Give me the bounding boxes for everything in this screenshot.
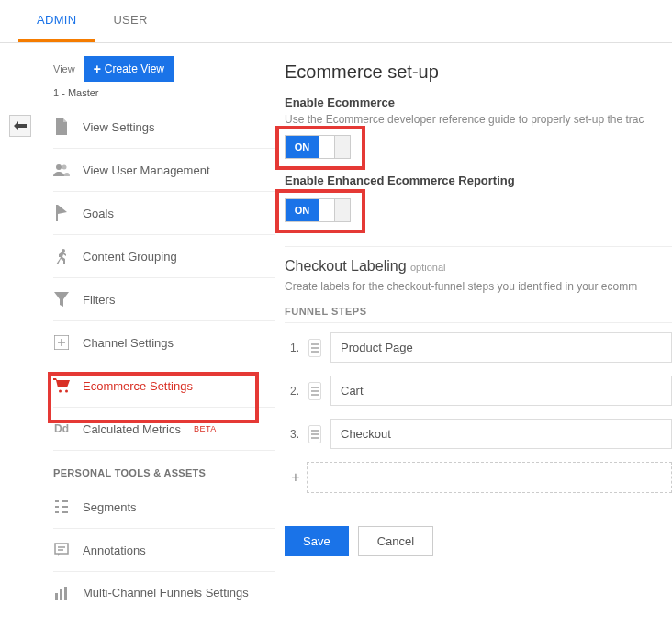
sidebar-item-channel-settings[interactable]: Channel Settings [53,321,275,364]
enable-ecommerce-help: Use the Ecommerce developer reference gu… [285,113,672,126]
toggle-knob [319,199,335,221]
sidebar-item-label: Ecommerce Settings [83,379,193,393]
sidebar-item-label: View Settings [83,120,155,134]
add-step-button[interactable]: + [285,469,307,486]
save-button[interactable]: Save [285,526,349,556]
sidebar-item-filters[interactable]: Filters [53,278,275,321]
cart-icon [53,377,70,394]
add-step-placeholder[interactable] [307,462,672,493]
document-icon [53,118,70,135]
svg-rect-7 [64,587,67,600]
create-view-label: Create View [105,62,164,75]
sidebar-item-label: Annotations [83,544,146,557]
enable-ecommerce-label: Enable Ecommerce [285,95,672,109]
sidebar-item-segments[interactable]: Segments [53,486,275,529]
tab-user[interactable]: USER [95,0,165,42]
toggle-on-label: ON [286,136,319,158]
filter-icon [53,291,70,308]
bars-icon [53,585,70,601]
svg-point-1 [62,165,67,170]
sidebar-item-label: Filters [83,293,115,307]
step-number: 3. [285,428,299,441]
funnel-step-row: 2. [285,376,672,406]
back-arrow-icon [14,121,27,130]
sidebar-item-label: Calculated Metrics [83,422,181,436]
step-input[interactable] [330,419,672,449]
sidebar-item-ecommerce[interactable]: Ecommerce Settings [53,364,275,408]
sidebar-item-goals[interactable]: Goals [53,192,275,235]
enhanced-label: Enable Enhanced Ecommerce Reporting [285,174,672,187]
sidebar-item-user-mgmt[interactable]: View User Management [53,149,275,192]
sidebar-item-label: Segments [83,500,137,514]
tab-admin[interactable]: ADMIN [18,0,95,42]
svg-rect-4 [55,544,68,554]
toggle-knob [319,136,335,158]
create-view-button[interactable]: + Create View [84,56,174,82]
step-input[interactable] [330,332,672,363]
sidebar-item-label: Content Grouping [83,250,177,264]
view-label: View [53,63,75,74]
view-master[interactable]: 1 - Master [0,87,275,98]
person-run-icon [53,248,70,264]
svg-point-0 [56,164,62,170]
personal-tools-header: PERSONAL TOOLS & ASSETS [53,451,275,486]
channel-icon [53,334,70,351]
svg-rect-5 [55,593,58,600]
checkout-help: Create labels for the checkout-funnel st… [285,280,672,293]
plus-icon: + [94,62,101,76]
drag-handle-icon[interactable] [308,425,321,443]
sidebar-item-content-grouping[interactable]: Content Grouping [53,235,275,278]
step-number: 2. [285,385,299,398]
toggle-on-label: ON [286,199,319,221]
dd-icon: Dd [53,421,70,437]
step-input[interactable] [330,376,672,406]
optional-label: optional [410,262,446,273]
sidebar-item-label: Multi-Channel Funnels Settings [83,586,249,601]
segments-icon [53,499,70,515]
enable-ecommerce-toggle[interactable]: ON [285,135,351,159]
sidebar-item-mcf[interactable]: Multi-Channel Funnels Settings [53,572,275,614]
annotation-icon [53,542,70,558]
sidebar-item-view-settings[interactable]: View Settings [53,106,275,149]
step-number: 1. [285,342,299,354]
flag-icon [53,205,70,221]
users-icon [53,162,70,178]
drag-handle-icon[interactable] [308,382,321,400]
sidebar-item-annotations[interactable]: Annotations [53,529,275,572]
beta-badge: BETA [194,424,217,433]
sidebar-item-label: Goals [83,207,114,220]
sidebar-item-calculated-metrics[interactable]: Dd Calculated Metrics BETA [53,408,275,451]
page-title: Ecommerce set-up [285,62,672,83]
top-tabs: ADMIN USER [0,0,672,43]
sidebar-item-label: View User Management [83,163,210,177]
back-arrow-button[interactable] [9,115,31,137]
drag-handle-icon[interactable] [308,339,321,357]
enhanced-ecommerce-toggle[interactable]: ON [285,198,351,222]
sidebar-item-label: Channel Settings [83,336,174,350]
cancel-button[interactable]: Cancel [358,526,433,556]
funnel-step-row: 3. [285,419,672,449]
funnel-step-row: 1. [285,332,672,363]
checkout-labeling-title: Checkout Labeling optional [285,246,672,275]
funnel-steps-header: FUNNEL STEPS [285,306,672,323]
svg-rect-6 [60,589,62,600]
